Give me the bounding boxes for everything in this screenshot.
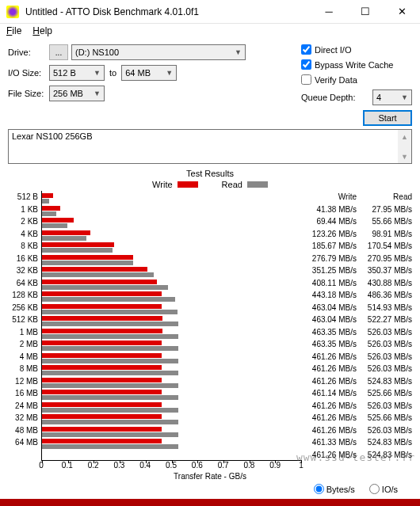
controls-panel: Drive: ... (D:) NS100▼ I/O Size: 512 B▼ … <box>0 38 420 129</box>
menu-help[interactable]: Help <box>32 25 52 36</box>
description-box[interactable]: Lexar NS100 256GB ▲ ▼ <box>8 129 412 164</box>
drive-select[interactable]: (D:) NS100▼ <box>71 44 246 60</box>
results-title: Test Results <box>8 169 412 178</box>
value-row: 443.18 MB/s486.36 MB/s <box>301 289 412 302</box>
value-row: 461.14 MB/s525.66 MB/s <box>301 387 412 400</box>
chevron-down-icon: ▼ <box>401 93 408 101</box>
chart-legend: Write Read <box>8 180 412 189</box>
queue-depth-select[interactable]: 4▼ <box>372 89 412 105</box>
io-size-to-select[interactable]: 64 MB▼ <box>121 65 177 81</box>
value-row: 69.44 MB/s55.66 MB/s <box>301 215 412 228</box>
unit-selector: Bytes/s IO/s <box>8 481 412 497</box>
io-size-from-select[interactable]: 512 B▼ <box>49 65 105 81</box>
scroll-up-icon[interactable]: ▲ <box>398 130 411 143</box>
io-size-label: I/O Size: <box>8 68 49 78</box>
unit-bytes-radio[interactable]: Bytes/s <box>314 484 355 494</box>
description-text: Lexar NS100 256GB <box>12 131 93 141</box>
chevron-down-icon: ▼ <box>235 48 242 56</box>
unit-io-radio[interactable]: IO/s <box>369 484 398 494</box>
value-row: 463.35 MB/s526.03 MB/s <box>301 338 412 351</box>
values-header: WriteRead <box>301 191 412 204</box>
legend-write: Write <box>152 180 197 189</box>
value-row: 41.38 MB/s27.95 MB/s <box>301 204 412 216</box>
app-icon <box>6 6 19 18</box>
x-axis-label: Transfer Rate - GB/s <box>8 472 412 481</box>
value-row: 351.25 MB/s350.37 MB/s <box>301 264 412 277</box>
footer-banner: ATTO Storage and Network Connectivity Ex… <box>0 499 420 506</box>
value-row: 461.26 MB/s526.03 MB/s <box>301 363 412 375</box>
value-row: 123.26 MB/s98.91 MB/s <box>301 228 412 241</box>
direct-io-checkbox[interactable]: Direct I/O <box>301 44 412 55</box>
file-size-select[interactable]: 256 MB▼ <box>49 86 105 101</box>
chevron-down-icon: ▼ <box>94 89 101 97</box>
value-row: 461.26 MB/s524.83 MB/s <box>301 375 412 388</box>
y-axis-labels: 512 B1 KB2 KB4 KB8 KB16 KB32 KB64 KB128 … <box>8 191 41 461</box>
value-row: 461.26 MB/s526.03 MB/s <box>301 424 412 437</box>
value-row: 461.33 MB/s524.83 MB/s <box>301 436 412 449</box>
value-row: 185.67 MB/s170.54 MB/s <box>301 240 412 253</box>
chevron-down-icon: ▼ <box>94 69 101 77</box>
watermark: www.ssd-tester.fr <box>296 451 415 463</box>
close-button[interactable]: ✕ <box>384 0 420 24</box>
io-to-label: to <box>109 68 116 78</box>
start-button[interactable]: Start <box>363 110 412 126</box>
value-row: 408.11 MB/s430.88 MB/s <box>301 277 412 290</box>
drive-label: Drive: <box>8 48 49 57</box>
results-panel: Test Results Write Read 512 B1 KB2 KB4 K… <box>0 164 420 499</box>
menubar: File Help <box>0 24 420 38</box>
maximize-button[interactable]: ☐ <box>347 0 384 24</box>
value-row: 463.04 MB/s522.27 MB/s <box>301 314 412 326</box>
minimize-button[interactable]: ─ <box>311 0 347 24</box>
x-axis-ticks: 00.10.20.30.40.50.60.70.80.91 <box>41 461 301 470</box>
drive-browse-button[interactable]: ... <box>49 44 68 60</box>
window-title: Untitled - ATTO Disk Benchmark 4.01.0f1 <box>25 6 311 17</box>
value-row: 461.26 MB/s526.03 MB/s <box>301 351 412 363</box>
scrollbar[interactable]: ▲ ▼ <box>398 130 411 163</box>
chevron-down-icon: ▼ <box>166 69 173 77</box>
scroll-down-icon[interactable]: ▼ <box>398 150 411 163</box>
chart-bars <box>41 191 301 461</box>
value-row: 461.26 MB/s525.66 MB/s <box>301 412 412 424</box>
verify-data-checkbox[interactable]: Verify Data <box>301 74 412 85</box>
legend-read: Read <box>222 180 268 189</box>
value-row: 276.79 MB/s270.95 MB/s <box>301 253 412 265</box>
titlebar: Untitled - ATTO Disk Benchmark 4.01.0f1 … <box>0 0 420 24</box>
bypass-cache-checkbox[interactable]: Bypass Write Cache <box>301 59 412 70</box>
results-values: WriteRead 41.38 MB/s27.95 MB/s69.44 MB/s… <box>301 191 412 461</box>
value-row: 463.04 MB/s514.93 MB/s <box>301 302 412 314</box>
file-size-label: File Size: <box>8 89 49 98</box>
value-row: 463.35 MB/s526.03 MB/s <box>301 326 412 339</box>
value-row: 461.26 MB/s526.03 MB/s <box>301 400 412 413</box>
menu-file[interactable]: File <box>6 25 21 36</box>
queue-depth-label: Queue Depth: <box>301 93 372 102</box>
